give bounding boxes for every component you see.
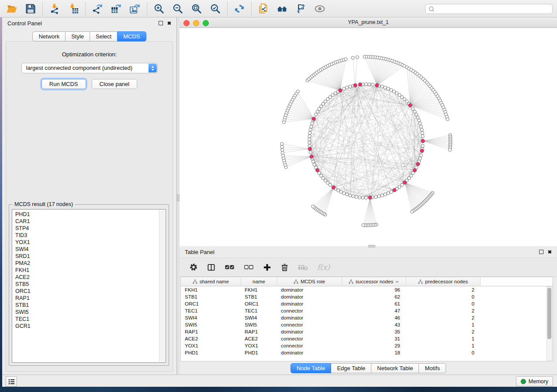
table-row[interactable]: ORC1ORC1dominator610 [181, 300, 553, 307]
tab-edge-table[interactable]: Edge Table [331, 363, 371, 373]
search-box[interactable] [425, 4, 553, 14]
network-node[interactable] [377, 195, 381, 198]
tab-node-table[interactable]: Node Table [291, 363, 332, 373]
network-node[interactable] [364, 196, 367, 199]
network-node[interactable] [374, 196, 377, 199]
network-node[interactable] [337, 189, 340, 192]
run-mcds-button[interactable]: Run MCDS [42, 79, 86, 89]
network-node[interactable] [392, 90, 395, 93]
table-row[interactable]: SWI5SWI5connector431 [181, 321, 553, 328]
mcds-result-item[interactable]: STB5 [15, 281, 166, 288]
network-node[interactable] [346, 193, 349, 196]
network-node[interactable] [421, 144, 424, 148]
close-panel-button[interactable]: Close panel [92, 79, 138, 89]
float-table-panel-icon[interactable] [539, 250, 543, 254]
table-row[interactable]: SWI4SWI4dominator462 [181, 314, 553, 321]
network-node[interactable] [343, 87, 346, 90]
network-node[interactable] [371, 83, 374, 86]
open-session-home-button[interactable] [276, 3, 288, 15]
mcds-result-item[interactable]: PMA2 [15, 260, 166, 267]
clear-table-button[interactable] [298, 264, 308, 271]
show-hide-eye-button[interactable] [314, 3, 326, 15]
horizontal-splitter-grip[interactable] [368, 245, 375, 248]
column-header-successor-nodes[interactable]: successor nodes [342, 277, 406, 286]
tab-network-table[interactable]: Network Table [371, 363, 419, 373]
network-node[interactable] [384, 86, 387, 89]
table-row[interactable]: ACE2ACE2connector311 [181, 335, 553, 342]
search-input[interactable] [435, 6, 552, 13]
mcds-list-scrollbar[interactable] [159, 210, 165, 362]
delete-column-button[interactable] [280, 263, 289, 272]
mcds-result-item[interactable]: STB1 [15, 302, 166, 309]
network-node[interactable] [381, 85, 384, 88]
network-node[interactable] [413, 110, 416, 113]
network-hub-node[interactable] [353, 83, 357, 87]
mcds-result-item[interactable]: SRD1 [15, 253, 166, 260]
network-node[interactable] [281, 148, 284, 151]
network-node[interactable] [280, 145, 284, 148]
mcds-result-item[interactable]: TID3 [15, 232, 166, 239]
export-table-button[interactable] [110, 3, 122, 15]
table-row[interactable]: YOX1YOX1connector291 [181, 342, 553, 349]
table-row[interactable]: FKH1FKH1dominator962 [181, 286, 553, 294]
zoom-selected-button[interactable] [209, 3, 221, 15]
table-scrollbar[interactable] [547, 286, 552, 361]
network-node[interactable] [311, 122, 314, 125]
network-node[interactable] [384, 193, 387, 196]
deselect-all-button[interactable] [244, 265, 254, 270]
zoom-fit-button[interactable] [190, 3, 203, 15]
criterion-select[interactable]: largest connected component (undirected) [21, 63, 158, 73]
network-node[interactable] [334, 92, 337, 95]
column-header-MCDS-role[interactable]: MCDS role [277, 277, 342, 286]
network-node[interactable] [343, 192, 346, 195]
mcds-result-item[interactable]: CAR1 [15, 218, 166, 225]
export-image-button[interactable] [129, 3, 141, 15]
network-node[interactable] [419, 157, 422, 160]
network-canvas[interactable] [180, 28, 557, 246]
network-hub-node[interactable] [408, 103, 412, 107]
network-hub-node[interactable] [332, 186, 335, 189]
network-node[interactable] [448, 148, 451, 151]
tab-mcds[interactable]: MCDS [117, 31, 146, 41]
table-row[interactable]: RAP1RAP1dominator352 [181, 328, 553, 335]
network-node[interactable] [381, 194, 384, 197]
network-node[interactable] [364, 83, 367, 86]
tab-select[interactable]: Select [90, 31, 118, 41]
network-node[interactable] [308, 138, 311, 141]
network-node[interactable] [296, 90, 299, 93]
network-node[interactable] [412, 107, 415, 110]
network-node[interactable] [356, 56, 359, 59]
network-node[interactable] [421, 134, 424, 138]
network-node[interactable] [387, 87, 390, 90]
network-node[interactable] [339, 190, 343, 193]
memory-button[interactable]: Memory [516, 376, 553, 386]
mcds-result-item[interactable]: GCR1 [15, 323, 166, 330]
column-header-shared-name[interactable]: shared name [181, 277, 241, 286]
tab-motifs[interactable]: Motifs [419, 363, 446, 373]
network-node[interactable] [313, 163, 316, 166]
network-node[interactable] [346, 86, 349, 89]
network-node[interactable] [415, 113, 418, 116]
network-node[interactable] [280, 142, 284, 145]
network-hub-node[interactable] [358, 83, 362, 86]
mcds-result-item[interactable]: ORC1 [15, 288, 166, 295]
column-header-predecessor-nodes[interactable]: predecessor nodes [406, 277, 480, 286]
close-panel-icon[interactable]: ✖ [167, 21, 171, 26]
network-hub-node[interactable] [416, 162, 420, 166]
network-node[interactable] [387, 192, 390, 195]
network-node[interactable] [416, 116, 419, 119]
mcds-result-item[interactable]: FKH1 [15, 267, 166, 274]
network-node[interactable] [309, 151, 312, 154]
mcds-result-item[interactable]: SWI5 [15, 309, 166, 316]
mcds-result-item[interactable]: YOX1 [15, 239, 166, 246]
network-node[interactable] [421, 131, 424, 134]
network-hub-node[interactable] [393, 188, 396, 192]
network-node[interactable] [314, 113, 317, 116]
table-scrollbar-thumb[interactable] [547, 288, 551, 339]
network-window-titlebar[interactable]: YPA_prune.txt_1 [180, 17, 557, 28]
network-node[interactable] [308, 131, 311, 134]
network-node[interactable] [419, 154, 422, 157]
save-session-button[interactable] [24, 3, 37, 15]
add-column-button[interactable] [263, 263, 271, 272]
close-table-panel-icon[interactable]: ✖ [548, 250, 552, 254]
